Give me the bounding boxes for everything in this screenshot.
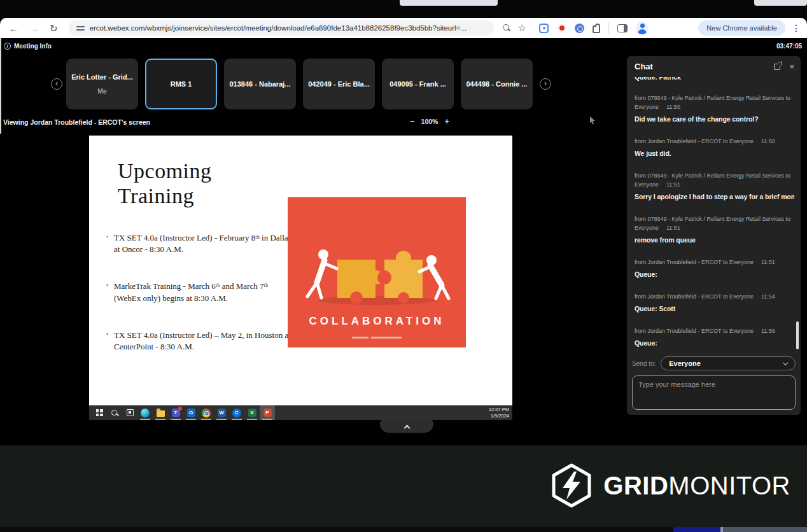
chat-message: from Jordan Troublefield - ERCOT to Ever…: [635, 137, 794, 158]
site-settings-icon[interactable]: [76, 25, 85, 31]
footer: GRIDMONITOR: [0, 445, 807, 527]
toolbar-divider: [608, 22, 609, 34]
message-sender: from Jordan Troublefield - ERCOT to Ever…: [635, 138, 754, 144]
participant-tile[interactable]: 013846 - Nabaraj...: [224, 59, 296, 109]
screen: ← → ↻ ercot.webex.com/wbxmjs/joinservice…: [0, 0, 807, 532]
info-icon: [4, 43, 11, 50]
bookmark-star-icon[interactable]: ☆: [518, 22, 526, 34]
chat-message-input[interactable]: [632, 375, 796, 410]
chat-header: Chat ×: [627, 56, 801, 74]
collaboration-caption: COLLABORATION: [288, 315, 466, 328]
chevron-up-icon: [404, 424, 410, 431]
bottom-strip-blue: [673, 527, 720, 532]
clock-time: 12:07 PM: [489, 407, 509, 413]
slide-title: Upcoming Training: [118, 158, 212, 208]
message-sender: from Jordan Troublefield - ERCOT to Ever…: [635, 293, 754, 300]
zoom-level: 100%: [421, 118, 439, 125]
page-zoom-icon[interactable]: [503, 24, 510, 32]
participant-tile[interactable]: Eric Lotter - Grid... Me: [66, 59, 138, 109]
participant-name: RMS 1: [171, 80, 192, 88]
control-bar-handle[interactable]: [380, 420, 433, 433]
extensions-row: [539, 22, 649, 34]
chat-popout-icon[interactable]: [774, 64, 780, 70]
url-text[interactable]: ercot.webex.com/wbxmjs/joinservice/sites…: [90, 24, 467, 32]
chat-panel: Chat × Queue: Patrick from 078649 - Kyle…: [627, 56, 801, 415]
filmstrip-next-icon[interactable]: ›: [540, 78, 551, 90]
message-sender: from Jordan Troublefield - ERCOT to Ever…: [635, 328, 754, 334]
viewing-screen-label: Viewing Jordan Troublefield - ERCOT's sc…: [3, 118, 150, 126]
meeting-info-label: Meeting Info: [14, 43, 52, 50]
meeting-info-button[interactable]: Meeting Info: [4, 43, 52, 50]
zoom-out-button[interactable]: −: [410, 117, 415, 125]
browser-tab-fragment[interactable]: [400, 0, 498, 6]
browser-tabstrip: [0, 0, 807, 18]
participant-tile[interactable]: 042049 - Eric Bla...: [303, 59, 375, 109]
word-icon: W: [214, 405, 229, 420]
extensions-puzzle-icon[interactable]: [593, 25, 600, 33]
reload-icon[interactable]: ↻: [50, 24, 58, 33]
participant-me-label: Me: [98, 88, 107, 95]
slide-bullet: TX SET 4.0a (Instructor Led) - February …: [106, 232, 291, 255]
brand-light: MONITOR: [668, 472, 790, 500]
address-bar[interactable]: ercot.webex.com/wbxmjs/joinservice/sites…: [69, 20, 494, 36]
side-panel-icon[interactable]: [617, 24, 628, 32]
collaboration-credit: [288, 337, 466, 339]
file-explorer-icon: [153, 405, 168, 420]
message-time: 11:50: [761, 138, 775, 144]
clock-date: 1/9/2024: [489, 413, 509, 419]
forward-icon[interactable]: →: [29, 24, 39, 33]
bottom-strip: [0, 527, 807, 532]
chat-message-clipped: Queue: Patrick: [635, 77, 794, 85]
filmstrip-prev-icon[interactable]: ‹: [51, 78, 62, 90]
message-time: 11:59: [761, 328, 775, 334]
message-sender: from 078649 - Kyle Patrick / Reliant Ene…: [635, 95, 790, 110]
participant-filmstrip: Eric Lotter - Grid... Me RMS 1 013846 - …: [66, 59, 533, 109]
blue-extension-icon[interactable]: [575, 24, 584, 33]
slide-bullet-list: TX SET 4.0a (Instructor Led) - February …: [106, 232, 291, 378]
message-time: 11:50: [666, 104, 680, 110]
message-time: 11:51: [666, 225, 680, 231]
collaboration-graphic: COLLABORATION: [288, 197, 466, 347]
chrome-icon: [199, 405, 214, 420]
participant-tile[interactable]: 044498 - Connie ...: [461, 59, 533, 109]
chat-close-icon[interactable]: ×: [789, 62, 794, 71]
toolbar-right-group: New Chrome available ⋮: [698, 20, 801, 36]
message-time: 11:51: [666, 181, 680, 188]
zoom-in-button[interactable]: +: [444, 117, 449, 125]
browser-menu-icon[interactable]: ⋮: [792, 23, 801, 33]
chrome-update-button[interactable]: New Chrome available: [698, 20, 785, 36]
gridmonitor-logo-icon: [549, 463, 594, 508]
chat-scrollbar[interactable]: [796, 321, 799, 349]
chat-message: from 078649 - Kyle Patrick / Reliant Ene…: [635, 94, 794, 124]
message-time: 11:51: [761, 259, 775, 265]
chat-message: from 078649 - Kyle Patrick / Reliant Ene…: [635, 171, 794, 202]
chat-message-list[interactable]: Queue: Patrick from 078649 - Kyle Patric…: [627, 74, 801, 352]
slide-title-line1: Upcoming: [118, 158, 212, 183]
chat-message: from Jordan Troublefield - ERCOT to Ever…: [635, 326, 794, 348]
profile-avatar[interactable]: [636, 22, 649, 34]
chevron-down-icon: [783, 360, 788, 365]
excel-icon: X: [244, 405, 260, 420]
back-icon[interactable]: ←: [9, 24, 18, 33]
slide-bullet: MarkeTrak Training - March 6ᵗʰ and March…: [106, 281, 291, 304]
participant-tile-active[interactable]: RMS 1: [145, 59, 217, 109]
recording-extension-icon[interactable]: [557, 24, 566, 33]
browser-tab-fragment[interactable]: [754, 0, 807, 6]
gridmonitor-brand: GRIDMONITOR: [549, 463, 790, 508]
participant-tile[interactable]: 049095 - Frank ...: [382, 59, 454, 109]
send-to-label: Send to:: [632, 360, 656, 367]
meeting-stage: Meeting Info 03:47:05 ‹ Eric Lotter - Gr…: [0, 38, 807, 445]
share-zoom-controls: − 100% +: [410, 117, 449, 125]
participant-name: Eric Lotter - Grid...: [71, 73, 133, 81]
capture-extension-icon[interactable]: [539, 24, 549, 33]
slide-bullet: TX SET 4.0a (Instructor Led) – May 2, in…: [106, 330, 291, 353]
task-view-icon: [122, 405, 137, 420]
send-to-dropdown[interactable]: Everyone: [661, 356, 796, 370]
outlook-icon: O: [183, 405, 199, 420]
message-body: Queue: Patrick: [635, 77, 794, 82]
edge-icon: [137, 405, 153, 420]
participant-name: 049095 - Frank ...: [389, 80, 446, 88]
send-to-value: Everyone: [669, 360, 783, 367]
message-body: Queue:: [635, 339, 794, 348]
message-body: We just did.: [635, 149, 794, 158]
